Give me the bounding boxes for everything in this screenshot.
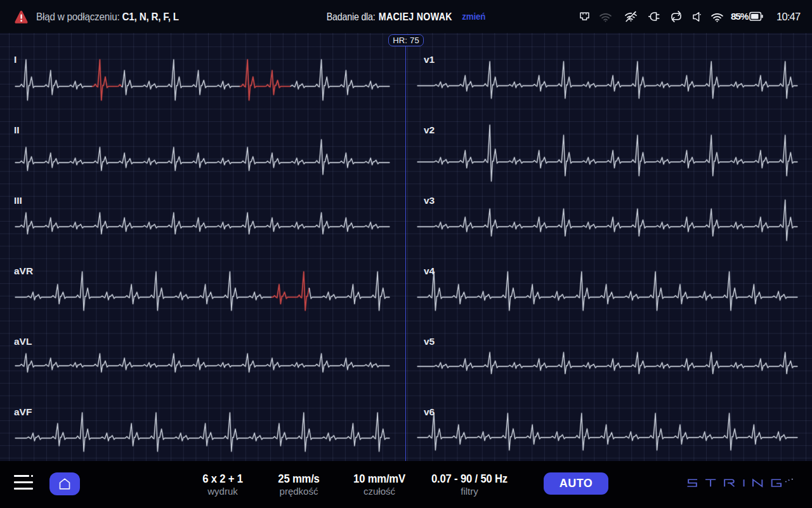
svg-text:v1: v1 <box>424 54 435 65</box>
svg-text:v4: v4 <box>424 265 435 276</box>
svg-text:I: I <box>14 54 16 65</box>
svg-text:v2: v2 <box>424 124 435 135</box>
svg-text:v3: v3 <box>424 195 435 206</box>
svg-text:II: II <box>14 124 20 135</box>
svg-text:aVF: aVF <box>14 406 32 417</box>
svg-text:v6: v6 <box>424 406 435 417</box>
svg-text:v5: v5 <box>424 336 435 347</box>
svg-text:III: III <box>14 195 22 206</box>
svg-text:aVL: aVL <box>14 336 32 347</box>
svg-text:aVR: aVR <box>14 265 33 276</box>
